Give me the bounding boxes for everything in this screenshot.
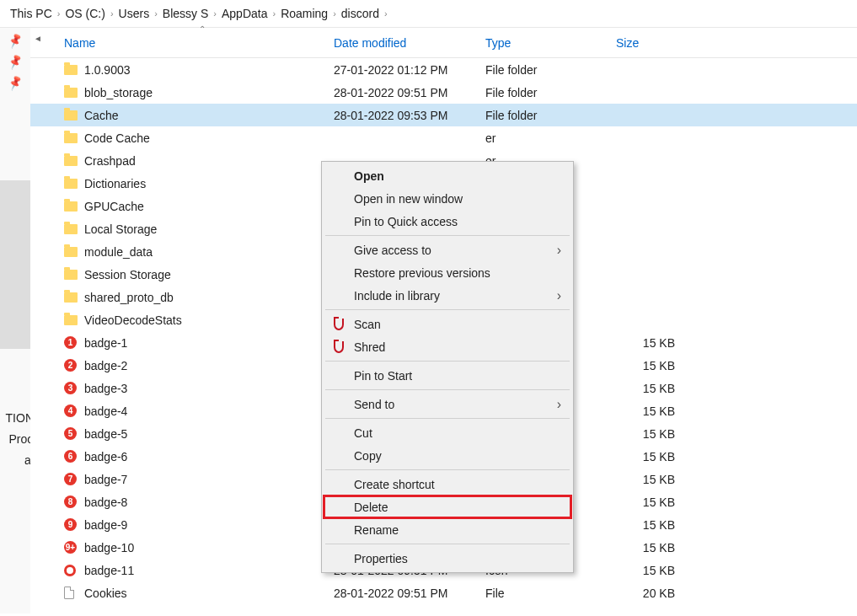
file-type: File folder: [485, 109, 616, 122]
folder-icon: [64, 270, 84, 280]
menu-item-open-in-new-window[interactable]: Open in new window: [324, 187, 571, 210]
badge-icon: 6: [64, 450, 84, 463]
file-row[interactable]: Cookies28-01-2022 09:51 PMFile20 KB: [30, 581, 857, 604]
chevron-right-icon: ›: [557, 288, 561, 303]
file-row[interactable]: blob_storage28-01-2022 09:51 PMFile fold…: [30, 81, 857, 104]
folder-icon: [64, 224, 84, 234]
file-name: Cache: [84, 109, 334, 122]
menu-item-label: Send to: [354, 398, 394, 411]
menu-item-copy[interactable]: Copy: [324, 444, 571, 467]
menu-item-label: Create shortcut: [354, 478, 435, 491]
pin-icon[interactable]: 📌: [7, 54, 24, 71]
badge-icon: 8: [64, 495, 84, 508]
folder-icon: [64, 110, 84, 121]
file-row[interactable]: Code Cacheer: [30, 126, 857, 149]
column-header-date[interactable]: Date modified: [334, 36, 485, 50]
folder-icon: [64, 247, 84, 257]
file-size: 15 KB: [616, 450, 692, 463]
breadcrumb-segment[interactable]: Users: [119, 7, 150, 20]
file-size: 15 KB: [616, 382, 692, 395]
breadcrumb-segment[interactable]: This PC: [10, 7, 52, 20]
menu-item-rename[interactable]: Rename: [324, 518, 571, 541]
menu-item-label: Properties: [354, 552, 408, 565]
folder-icon: [64, 88, 84, 98]
mcafee-shield-icon: [332, 318, 345, 331]
menu-item-cut[interactable]: Cut: [324, 421, 571, 444]
breadcrumb-segment[interactable]: AppData: [222, 7, 267, 20]
menu-item-label: Open: [354, 169, 384, 183]
menu-separator: [325, 309, 570, 310]
collapse-arrow-icon[interactable]: ◄: [30, 28, 46, 48]
file-size: 15 KB: [616, 336, 692, 350]
chevron-right-icon: ›: [110, 8, 114, 19]
column-header-size[interactable]: Size: [616, 36, 692, 50]
pin-icon[interactable]: 📌: [7, 75, 24, 92]
badge-icon: 3: [64, 382, 84, 394]
menu-item-label: Shred: [354, 340, 385, 354]
file-name: Crashpad: [84, 154, 334, 168]
file-type: File folder: [485, 86, 616, 99]
file-size: 15 KB: [616, 427, 692, 441]
menu-item-properties[interactable]: Properties: [324, 547, 571, 570]
chevron-right-icon: ›: [384, 8, 388, 19]
file-name: Session Storage: [84, 268, 334, 281]
menu-item-pin-to-start[interactable]: Pin to Start: [324, 364, 571, 387]
file-name: Cookies: [84, 587, 334, 600]
folder-icon: [64, 292, 84, 303]
file-name: Dictionaries: [84, 177, 334, 190]
file-size: 15 KB: [616, 564, 692, 577]
menu-item-pin-to-quick-access[interactable]: Pin to Quick access: [324, 210, 571, 233]
column-header-type[interactable]: Type: [485, 36, 616, 50]
file-name: VideoDecodeStats: [84, 313, 334, 327]
folder-icon: [64, 65, 84, 75]
breadcrumb-segment[interactable]: Roaming: [281, 7, 328, 20]
file-size: 20 KB: [616, 587, 692, 600]
menu-item-label: Copy: [354, 449, 382, 463]
file-date: 28-01-2022 09:51 PM: [334, 86, 485, 99]
menu-item-create-shortcut[interactable]: Create shortcut: [324, 473, 571, 495]
breadcrumb-segment[interactable]: discord: [341, 7, 379, 20]
file-size: 15 KB: [616, 404, 692, 418]
file-row[interactable]: 1.0.900327-01-2022 01:12 PMFile folder: [30, 58, 857, 81]
file-row[interactable]: Cache28-01-2022 09:53 PMFile folder: [30, 104, 857, 126]
badge-icon: 7: [64, 473, 84, 485]
menu-item-restore-previous-versions[interactable]: Restore previous versions: [324, 261, 571, 284]
chevron-right-icon: ›: [154, 8, 158, 19]
file-icon: [64, 587, 84, 599]
breadcrumb[interactable]: This PC›OS (C:)›Users›Blessy S›AppData›R…: [0, 0, 857, 28]
breadcrumb-segment[interactable]: Blessy S: [163, 7, 208, 20]
menu-item-label: Include in library: [354, 289, 440, 303]
column-headers: ⌃ Name Date modified Type Size: [30, 28, 857, 58]
menu-item-give-access-to[interactable]: Give access to›: [324, 238, 571, 261]
file-name: badge-6: [84, 450, 334, 463]
menu-item-label: Pin to Quick access: [354, 215, 458, 228]
menu-separator: [325, 469, 570, 470]
file-date: 27-01-2022 01:12 PM: [334, 63, 485, 77]
menu-item-include-in-library[interactable]: Include in library›: [324, 284, 571, 307]
file-name: badge-5: [84, 427, 334, 441]
file-list: ◄ ⌃ Name Date modified Type Size 1.0.900…: [30, 28, 857, 613]
menu-item-label: Rename: [354, 523, 399, 537]
menu-item-label: Pin to Start: [354, 369, 412, 383]
column-header-name[interactable]: ⌃ Name: [64, 36, 334, 50]
menu-item-delete[interactable]: Delete: [324, 495, 571, 518]
file-name: badge-9: [84, 518, 334, 532]
menu-item-open[interactable]: Open: [324, 164, 571, 187]
menu-item-scan[interactable]: Scan: [324, 313, 571, 335]
menu-item-label: Scan: [354, 318, 381, 331]
menu-item-label: Delete: [354, 501, 388, 514]
ring-icon: [64, 565, 84, 576]
file-name: 1.0.9003: [84, 63, 334, 77]
nav-label-fragment: al: [0, 450, 34, 471]
pin-icon[interactable]: 📌: [7, 33, 24, 50]
menu-separator: [325, 544, 570, 544]
badge-icon: 1: [64, 336, 84, 349]
file-name: Code Cache: [84, 131, 334, 145]
file-type: File folder: [485, 63, 616, 77]
badge-icon: 5: [64, 427, 84, 440]
menu-item-send-to[interactable]: Send to›: [324, 393, 571, 415]
menu-item-shred[interactable]: Shred: [324, 335, 571, 358]
file-name: shared_proto_db: [84, 291, 334, 304]
breadcrumb-segment[interactable]: OS (C:): [65, 7, 104, 20]
menu-item-label: Cut: [354, 426, 372, 440]
